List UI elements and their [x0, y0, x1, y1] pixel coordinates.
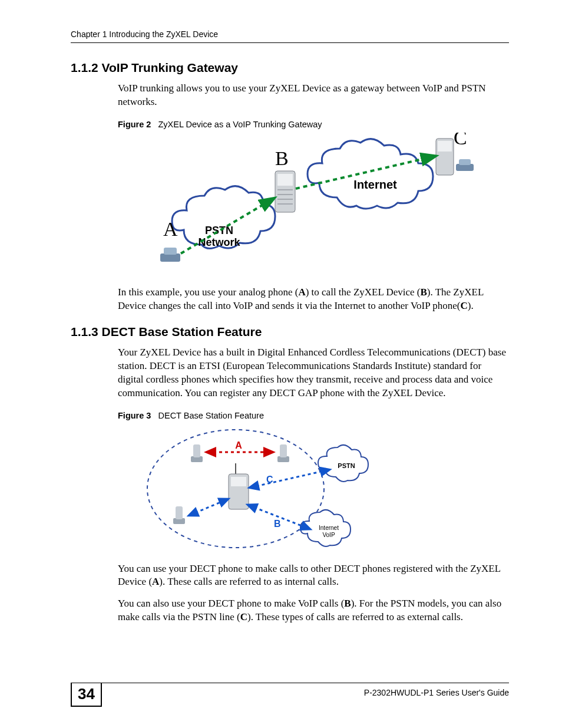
- svg-text:Internet: Internet: [353, 178, 397, 191]
- fig3-label-c: C: [266, 475, 273, 485]
- pstn-cloud: PSTN Network: [172, 186, 275, 248]
- svg-rect-6: [277, 174, 293, 186]
- internet-voip-cloud: Internet VoIP: [300, 509, 351, 546]
- figure-2-svg: PSTN Network Internet A: [143, 133, 484, 280]
- svg-rect-17: [231, 477, 246, 486]
- section-1-1-2-body: VoIP trunking allows you to use your ZyX…: [118, 82, 509, 313]
- arrow-c: [250, 470, 329, 487]
- svg-text:PSTN: PSTN: [338, 462, 355, 469]
- figure-2: PSTN Network Internet A: [118, 133, 509, 280]
- arrow-phone3: [190, 499, 227, 515]
- section-1-1-3-body: Your ZyXEL Device has a built in Digital…: [118, 346, 509, 625]
- svg-text:PSTN: PSTN: [205, 225, 233, 236]
- device-b-icon: [275, 171, 295, 212]
- svg-rect-12: [438, 141, 452, 151]
- dect-phone-3-icon: [173, 506, 185, 524]
- para-1-1-3-internal-calls: You can use your DECT phone to make call…: [118, 562, 509, 589]
- figure-3-title: DECT Base Station Feature: [158, 411, 264, 420]
- guide-name: P-2302HWUDL-P1 Series User's Guide: [364, 687, 509, 697]
- page-number-box: 34: [71, 683, 102, 707]
- para-1-1-3-external-calls: You can also use your DECT phone to make…: [118, 597, 509, 624]
- running-header: Chapter 1 Introducing the ZyXEL Device: [71, 29, 509, 43]
- figure-2-caption: Figure 2 ZyXEL Device as a VoIP Trunking…: [118, 120, 509, 129]
- heading-1-1-2: 1.1.2 VoIP Trunking Gateway: [71, 61, 509, 75]
- svg-rect-14: [459, 159, 471, 165]
- fig3-label-b: B: [274, 519, 281, 529]
- internet-cloud: Internet: [308, 139, 433, 208]
- figure-3: PSTN Internet VoIP A: [141, 424, 509, 556]
- page-footer: 34 P-2302HWUDL-P1 Series User's Guide: [71, 683, 509, 707]
- svg-text:Internet: Internet: [319, 525, 339, 531]
- page-container: Chapter 1 Introducing the ZyXEL Device 1…: [0, 0, 562, 728]
- para-1-1-2-intro: VoIP trunking allows you to use your ZyX…: [118, 82, 509, 109]
- svg-rect-4: [164, 248, 177, 255]
- pstn-small-cloud: PSTN: [318, 444, 368, 481]
- dect-phone-1-icon: [191, 444, 203, 462]
- svg-rect-23: [176, 506, 183, 519]
- figure-3-label: Figure 3: [118, 411, 151, 420]
- svg-rect-3: [160, 253, 180, 262]
- figure-2-title: ZyXEL Device as a VoIP Trunking Gateway: [158, 120, 322, 129]
- svg-text:VoIP: VoIP: [322, 532, 335, 538]
- device-c-icon: [436, 139, 454, 175]
- figure-3-svg: PSTN Internet VoIP A: [141, 424, 389, 556]
- base-station-icon: [229, 463, 249, 509]
- para-1-1-3-intro: Your ZyXEL Device has a built in Digital…: [118, 346, 509, 400]
- fig3-label-a: A: [235, 440, 242, 450]
- page-number: 34: [72, 683, 101, 706]
- svg-text:Network: Network: [198, 236, 240, 248]
- dect-phone-2-icon: [277, 444, 289, 462]
- svg-rect-19: [193, 444, 200, 457]
- figure-2-label: Figure 2: [118, 120, 151, 129]
- label-a: A: [163, 218, 178, 240]
- figure-3-caption: Figure 3 DECT Base Station Feature: [118, 411, 509, 420]
- label-c: C: [454, 133, 467, 149]
- phone-c-icon: [456, 159, 474, 171]
- phone-a-icon: [160, 248, 180, 262]
- label-b: B: [275, 147, 289, 169]
- heading-1-1-3: 1.1.3 DECT Base Station Feature: [71, 325, 509, 339]
- svg-rect-21: [280, 444, 287, 457]
- para-1-1-2-example: In this example, you use your analog pho…: [118, 286, 509, 313]
